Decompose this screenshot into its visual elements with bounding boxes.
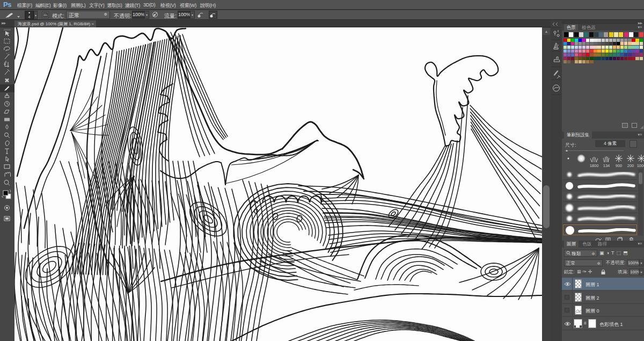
svg-text:134: 134: [603, 163, 610, 168]
svg-text:900: 900: [616, 163, 623, 168]
svg-text:1800: 1800: [590, 163, 599, 168]
svg-text:1000: 1000: [637, 163, 644, 168]
svg-text:200: 200: [627, 163, 634, 168]
